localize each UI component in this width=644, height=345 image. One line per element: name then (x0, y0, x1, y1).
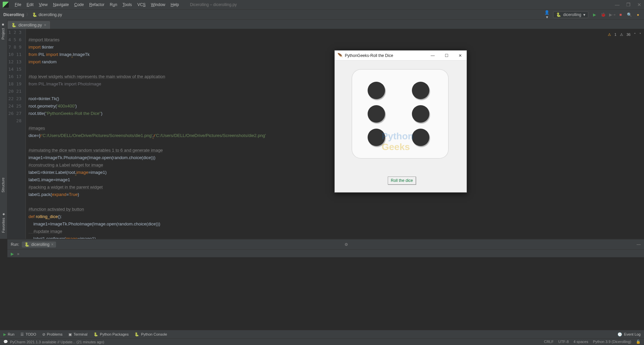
status-update-bubble-icon[interactable]: 💬 (3, 340, 8, 344)
favorites-toolwindow-button[interactable]: Favorites ★ (0, 209, 6, 235)
list-icon: ☰ (20, 332, 24, 337)
tk-minimize-icon[interactable]: — (429, 53, 437, 58)
menu-help[interactable]: Help (168, 1, 182, 8)
status-message[interactable]: PyCharm 2021.1.3 available // Update... … (10, 340, 104, 344)
todo-toolwindow-button[interactable]: ☰TODO (20, 332, 36, 337)
warning-triangle-icon: ⚠ (608, 31, 611, 38)
line-gutter: 1 2 3 4 5 6 7 8 9 10 11 12 13 14 15 16 1… (7, 29, 26, 239)
editor-tabs: 🐍 dicerolling.py × (0, 19, 644, 29)
status-bar: 💬 PyCharm 2021.1.3 available // Update..… (0, 338, 644, 345)
python-icon: 🐍 (135, 332, 139, 337)
run-settings-icon[interactable]: ⚙ (344, 242, 348, 247)
tk-close-icon[interactable]: ✕ (457, 53, 464, 58)
status-line-ending[interactable]: CRLF (544, 340, 554, 344)
roll-dice-button[interactable]: Roll the dice (388, 177, 416, 185)
weak-warning-icon: ⚠ (620, 31, 623, 38)
status-indent[interactable]: 4 spaces (574, 340, 588, 344)
python-icon: 🐍 (24, 242, 30, 247)
warning-count-2: 36 (627, 31, 631, 38)
tk-window-title: PythonGeeks-Roll the Dice (345, 53, 393, 58)
nav-bar: Dicerolling 〉 🐍 dicerolling.py 👤▾ 🐍 dice… (0, 9, 644, 19)
python-console-button[interactable]: 🐍Python Console (135, 332, 167, 337)
code-editor[interactable]: 1 2 3 4 5 6 7 8 9 10 11 12 13 14 15 16 1… (7, 29, 644, 239)
python-packages-button[interactable]: 🐍Python Packages (94, 332, 129, 337)
pycharm-logo-icon (3, 2, 9, 8)
window-title: Dicerolling – dicerolling.py (190, 2, 236, 7)
tkinter-titlebar[interactable]: 🪶 PythonGeeks-Roll the Dice — ☐ ✕ (335, 51, 467, 61)
project-toolwindow-button[interactable]: Project ■ (0, 20, 6, 42)
play-icon: ▶ (3, 332, 6, 337)
editor-tab-label: dicerolling.py (18, 23, 42, 27)
run-more-icon[interactable]: » (17, 252, 19, 256)
python-icon: 🐍 (94, 332, 98, 337)
problems-toolwindow-button[interactable]: ⊘Problems (42, 332, 62, 337)
menu-refactor[interactable]: Refactor (87, 1, 107, 8)
menu-code[interactable]: Code (71, 1, 87, 8)
run-config-name: dicerolling (563, 12, 581, 17)
status-interpreter[interactable]: Python 3.9 (Dicerolling) (593, 340, 631, 344)
menu-file[interactable]: File (12, 1, 24, 8)
menu-vcs[interactable]: VCS (135, 1, 148, 8)
coverage-icon[interactable]: ▶⇢ (609, 12, 614, 17)
editor-tab[interactable]: 🐍 dicerolling.py × (8, 21, 50, 29)
minimize-icon[interactable]: — (615, 2, 620, 7)
status-encoding[interactable]: UTF-8 (558, 340, 569, 344)
python-file-icon: 🐍 (11, 23, 16, 27)
run-button-icon[interactable]: ▶ (592, 12, 597, 17)
chevron-down-icon: ▾ (583, 12, 585, 17)
tab-close-icon[interactable]: × (44, 23, 46, 27)
menu-window[interactable]: Window (148, 1, 168, 8)
inspection-widget[interactable]: ⚠1 ⚠36 ˄ ˅ (608, 31, 641, 38)
stop-button-icon[interactable]: ■ (618, 12, 623, 17)
chevron-up-icon[interactable]: ˄ (634, 31, 636, 38)
watermark: PythonGeeks (382, 131, 414, 152)
terminal-icon: ▣ (68, 332, 72, 337)
breadcrumb-sep-icon: 〉 (26, 12, 30, 17)
menu-edit[interactable]: Edit (24, 1, 36, 8)
left-tool-strip: Project ■ Structure Favorites ★ (0, 19, 7, 239)
tkinter-app-window[interactable]: 🪶 PythonGeeks-Roll the Dice — ☐ ✕ Python… (334, 50, 467, 193)
maximize-icon[interactable]: ❐ (626, 2, 631, 7)
terminal-toolwindow-button[interactable]: ▣Terminal (68, 332, 88, 337)
structure-toolwindow-button[interactable]: Structure (0, 175, 6, 195)
ide-update-icon[interactable]: ● (635, 12, 641, 17)
bottom-tool-bar: ▶Run ☰TODO ⊘Problems ▣Terminal 🐍Python P… (0, 330, 644, 338)
dice-image: PythonGeeks (352, 69, 449, 159)
menu-tools[interactable]: Tools (120, 1, 135, 8)
tk-feather-icon: 🪶 (337, 53, 343, 58)
tkinter-body: PythonGeeks Roll the dice (335, 61, 467, 192)
menu-bar: File Edit View Navigate Code Refactor Ru… (0, 0, 644, 9)
breadcrumb-project[interactable]: Dicerolling (3, 12, 24, 17)
eventlog-icon: 🕓 (618, 332, 622, 337)
chevron-down-icon[interactable]: ˅ (639, 31, 641, 38)
menu-navigate[interactable]: Navigate (50, 1, 71, 8)
tk-maximize-icon[interactable]: ☐ (443, 53, 450, 58)
rerun-icon[interactable]: ▶ (11, 252, 14, 256)
warning-count-1: 1 (614, 31, 616, 38)
python-icon: 🐍 (556, 12, 561, 17)
run-panel-label: Run: (11, 242, 19, 247)
run-config-dropdown[interactable]: 🐍 dicerolling ▾ (553, 11, 588, 18)
search-icon[interactable]: 🔍 (627, 12, 632, 17)
event-log-button[interactable]: 🕓Event Log (618, 332, 641, 337)
breadcrumb-file[interactable]: dicerolling.py (39, 12, 62, 17)
run-tab-close-icon[interactable]: × (51, 242, 53, 247)
menu-view[interactable]: View (36, 1, 50, 8)
run-tab[interactable]: 🐍 dicerolling × (22, 242, 56, 248)
debug-button-icon[interactable]: 🐞 (600, 12, 606, 17)
menu-run[interactable]: Run (107, 1, 120, 8)
warning-circle-icon: ⊘ (42, 332, 45, 337)
run-hide-icon[interactable]: — (637, 242, 641, 247)
run-tab-label: dicerolling (31, 242, 49, 247)
run-tool-window: Run: 🐍 dicerolling × ⚙ — ▶ » (7, 239, 644, 257)
python-file-icon: 🐍 (32, 12, 37, 17)
close-icon[interactable]: ✕ (637, 2, 641, 7)
run-toolwindow-button[interactable]: ▶Run (3, 332, 14, 337)
lock-icon[interactable]: 🔓 (636, 340, 641, 344)
run-toolbar: ▶ » (7, 250, 644, 258)
user-add-icon[interactable]: 👤▾ (544, 10, 550, 19)
